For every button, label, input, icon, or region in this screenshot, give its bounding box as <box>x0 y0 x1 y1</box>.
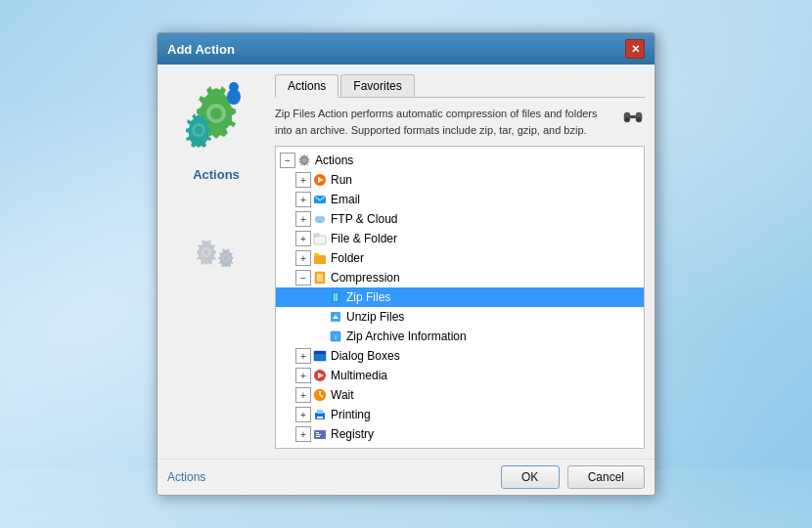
small-gears <box>187 231 246 275</box>
svg-rect-23 <box>314 234 319 237</box>
svg-point-5 <box>227 89 241 105</box>
tree-item-label-dialog-boxes: Dialog Boxes <box>331 349 400 363</box>
tree-item-compression[interactable]: −Compression <box>276 268 644 287</box>
tree-item-label-file-folder: File & Folder <box>331 232 397 245</box>
tree-container: −Actions+Run+Email+FTP & Cloud+File & Fo… <box>275 146 645 449</box>
svg-point-14 <box>637 117 642 122</box>
tree-item-label-wait: Wait <box>331 388 354 402</box>
footer-buttons: OK Cancel <box>501 465 645 489</box>
tree-item-dialog-boxes[interactable]: +Dialog Boxes <box>276 346 644 366</box>
binoculars-icon[interactable] <box>621 106 645 129</box>
tab-actions[interactable]: Actions <box>275 74 338 98</box>
ok-button[interactable]: OK <box>501 465 560 489</box>
tree-item-actions-root[interactable]: −Actions <box>276 151 644 170</box>
tree-list[interactable]: −Actions+Run+Email+FTP & Cloud+File & Fo… <box>276 147 644 448</box>
tree-item-ftp-cloud[interactable]: +FTP & Cloud <box>276 209 644 229</box>
title-bar: Add Action ✕ <box>158 33 654 65</box>
tree-item-label-printing: Printing <box>331 408 371 421</box>
dialog-body: Actions <box>158 65 654 459</box>
tree-item-registry[interactable]: +Registry <box>276 424 644 444</box>
tree-item-zip-files[interactable]: Zip Files <box>276 287 644 307</box>
dialog-footer: Actions OK Cancel <box>158 459 654 495</box>
tree-item-label-zip-files: Zip Files <box>346 290 390 304</box>
cancel-button[interactable]: Cancel <box>567 465 645 489</box>
tree-item-zip-archive[interactable]: iZip Archive Information <box>276 327 644 346</box>
svg-rect-48 <box>316 436 320 437</box>
tree-item-label-ftp-cloud: FTP & Cloud <box>331 212 397 226</box>
tab-bar: Actions Favorites <box>275 74 645 98</box>
gear-icon-large <box>177 79 255 157</box>
tree-item-file-folder[interactable]: +File & Folder <box>276 229 644 248</box>
svg-rect-24 <box>314 255 326 264</box>
svg-point-13 <box>625 117 630 122</box>
tree-item-label-unzip-files: Unzip Files <box>346 310 404 324</box>
svg-point-15 <box>302 158 307 163</box>
tree-item-wait[interactable]: +Wait <box>276 385 644 405</box>
svg-point-3 <box>195 126 203 134</box>
svg-rect-25 <box>314 253 319 256</box>
tree-item-printing[interactable]: +Printing <box>276 405 644 424</box>
close-button[interactable]: ✕ <box>625 39 645 59</box>
tree-item-label-zip-archive: Zip Archive Information <box>346 330 467 343</box>
svg-point-21 <box>319 216 325 222</box>
tree-item-label-registry: Registry <box>331 427 374 441</box>
svg-rect-12 <box>630 115 636 118</box>
description-bar: Zip Files Action performs automatic comp… <box>275 106 645 138</box>
tree-item-label-run: Run <box>331 173 352 187</box>
tree-item-label-multimedia: Multimedia <box>331 369 387 382</box>
add-action-dialog: Add Action ✕ <box>157 32 655 496</box>
svg-rect-47 <box>316 434 321 435</box>
tree-item-folder[interactable]: +Folder <box>276 248 644 268</box>
tree-item-email[interactable]: +Email <box>276 190 644 209</box>
dialog-title: Add Action <box>167 42 235 57</box>
tree-item-run[interactable]: +Run <box>276 170 644 190</box>
svg-rect-27 <box>317 274 323 282</box>
tree-item-label-actions-root: Actions <box>315 154 353 167</box>
svg-rect-46 <box>316 432 319 433</box>
tree-item-multimedia[interactable]: +Multimedia <box>276 366 644 385</box>
icon-label: Actions <box>193 167 240 182</box>
svg-point-1 <box>210 108 222 119</box>
svg-point-7 <box>203 249 209 255</box>
tree-item-unzip-files[interactable]: Unzip Files <box>276 307 644 327</box>
tree-item-label-email: Email <box>331 193 360 206</box>
svg-rect-44 <box>317 417 323 418</box>
right-panel: Actions Favorites Zip Files Action perfo… <box>275 74 645 449</box>
tree-item-label-compression: Compression <box>331 271 400 285</box>
svg-rect-43 <box>317 410 323 414</box>
footer-label: Actions <box>167 470 205 484</box>
svg-rect-36 <box>314 351 326 354</box>
description-text: Zip Files Action performs automatic comp… <box>275 106 613 138</box>
svg-rect-22 <box>314 236 326 244</box>
svg-point-9 <box>224 256 229 261</box>
tab-favorites[interactable]: Favorites <box>340 74 414 97</box>
tree-item-label-folder: Folder <box>331 251 364 265</box>
left-panel: Actions <box>167 74 265 449</box>
